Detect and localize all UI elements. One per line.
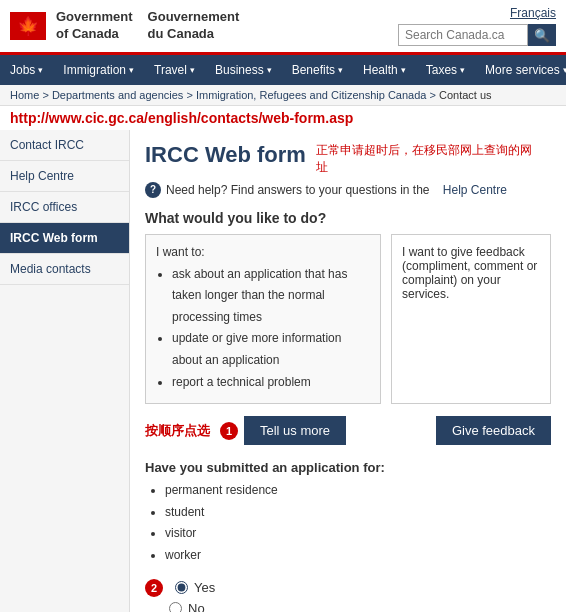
options-row: I want to: ask about an application that…	[145, 234, 551, 405]
nav-taxes[interactable]: Taxes ▾	[416, 55, 475, 85]
search-input[interactable]	[398, 24, 528, 46]
help-text: ? Need help? Find answers to your questi…	[145, 182, 551, 198]
app-item-1: permanent residence	[165, 480, 551, 502]
header-right: Français 🔍	[398, 6, 556, 46]
step2-number: 2	[145, 579, 163, 597]
option-item-2: update or give more information about an…	[172, 328, 370, 371]
page-url[interactable]: http://www.cic.gc.ca/english/contacts/we…	[10, 110, 353, 126]
sidebar-item-contact[interactable]: Contact IRCC	[0, 130, 129, 161]
no-label: No	[188, 601, 205, 612]
nav-jobs[interactable]: Jobs ▾	[0, 55, 53, 85]
app-item-2: student	[165, 502, 551, 524]
option-list: ask about an application that has taken …	[156, 264, 370, 394]
help-centre-link[interactable]: Help Centre	[443, 183, 507, 197]
app-title: Have you submitted an application for:	[145, 460, 551, 475]
breadcrumb-home[interactable]: Home	[10, 89, 39, 101]
annotation-text: 正常申请超时后，在移民部网上查询的网址	[316, 142, 536, 176]
buttons-row: 按顺序点选 1 Tell us more Give feedback	[145, 416, 551, 445]
step1-number: 1	[220, 422, 238, 440]
nav-more[interactable]: More services ▾	[475, 55, 566, 85]
sidebar-item-webform[interactable]: IRCC Web form	[0, 223, 129, 254]
radio-no-row: No	[169, 601, 551, 612]
gov-en-line1: Government	[56, 9, 133, 26]
radio-yes-row: 2 Yes	[145, 579, 551, 597]
gov-fr-line1: Gouvernement	[148, 9, 240, 26]
content-area: Contact IRCC Help Centre IRCC offices IR…	[0, 130, 566, 612]
sidebar-item-offices[interactable]: IRCC offices	[0, 192, 129, 223]
gov-fr-line2: du Canada	[148, 26, 240, 43]
option-item-1: ask about an application that has taken …	[172, 264, 370, 329]
sidebar-item-help[interactable]: Help Centre	[0, 161, 129, 192]
gov-fr: Gouvernement du Canada	[148, 9, 240, 43]
breadcrumb-depts[interactable]: Departments and agencies	[52, 89, 183, 101]
annotation-left: 按顺序点选	[145, 422, 210, 440]
title-row: IRCC Web form 正常申请超时后，在移民部网上查询的网址	[145, 142, 551, 176]
search-bar: 🔍	[398, 24, 556, 46]
gov-name: Government of Canada Gouvernement du Can…	[56, 9, 239, 43]
section-title: What would you like to do?	[145, 210, 551, 226]
nav-business[interactable]: Business ▾	[205, 55, 282, 85]
logo-area: 🍁 Government of Canada Gouvernement du C…	[10, 9, 239, 43]
gov-en: Government of Canada	[56, 9, 133, 43]
site-header: 🍁 Government of Canada Gouvernement du C…	[0, 0, 566, 55]
radio-yes[interactable]	[175, 581, 188, 594]
option-left-box: I want to: ask about an application that…	[145, 234, 381, 405]
option-item-3: report a technical problem	[172, 372, 370, 394]
tell-us-more-button[interactable]: Tell us more	[244, 416, 346, 445]
breadcrumb: Home > Departments and agencies > Immigr…	[0, 85, 566, 106]
app-item-4: worker	[165, 545, 551, 567]
sidebar-item-media[interactable]: Media contacts	[0, 254, 129, 285]
help-prefix: Need help? Find answers to your question…	[166, 183, 430, 197]
canada-flag-icon: 🍁	[10, 12, 46, 40]
app-section: Have you submitted an application for: p…	[145, 460, 551, 566]
nav-benefits[interactable]: Benefits ▾	[282, 55, 353, 85]
app-item-3: visitor	[165, 523, 551, 545]
app-list: permanent residence student visitor work…	[145, 480, 551, 566]
nav-travel[interactable]: Travel ▾	[144, 55, 205, 85]
search-button[interactable]: 🔍	[528, 24, 556, 46]
i-want-to-label: I want to:	[156, 245, 370, 259]
option-right-box: I want to give feedback (compliment, com…	[391, 234, 551, 405]
main-content: IRCC Web form 正常申请超时后，在移民部网上查询的网址 ? Need…	[130, 130, 566, 612]
gov-en-line2: of Canada	[56, 26, 133, 43]
page-title: IRCC Web form	[145, 142, 306, 168]
help-icon: ?	[145, 182, 161, 198]
main-nav: Jobs ▾ Immigration ▾ Travel ▾ Business ▾…	[0, 55, 566, 85]
francais-link[interactable]: Français	[510, 6, 556, 20]
url-bar: http://www.cic.gc.ca/english/contacts/we…	[0, 106, 566, 130]
give-feedback-button[interactable]: Give feedback	[436, 416, 551, 445]
step2-row: 2 Yes No	[145, 579, 551, 612]
breadcrumb-current: Contact us	[439, 89, 492, 101]
nav-immigration[interactable]: Immigration ▾	[53, 55, 144, 85]
nav-health[interactable]: Health ▾	[353, 55, 416, 85]
sidebar: Contact IRCC Help Centre IRCC offices IR…	[0, 130, 130, 612]
yes-label: Yes	[194, 580, 215, 595]
radio-no[interactable]	[169, 602, 182, 612]
breadcrumb-ircc[interactable]: Immigration, Refugees and Citizenship Ca…	[196, 89, 427, 101]
